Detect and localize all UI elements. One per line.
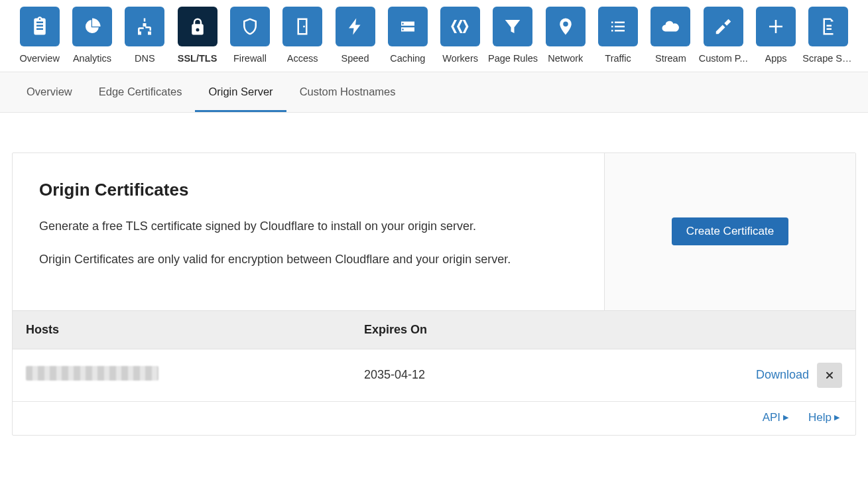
nav-label: Scrape Sh... <box>802 53 854 64</box>
nav-overview[interactable]: Overview <box>13 7 66 72</box>
nav-label: Firewall <box>233 53 267 64</box>
shield-icon <box>230 7 270 46</box>
nav-firewall[interactable]: Firewall <box>223 7 276 72</box>
nav-stream[interactable]: Stream <box>645 7 697 72</box>
nav-label: Stream <box>655 53 686 64</box>
section-desc-2: Origin Certificates are only valid for e… <box>39 251 578 269</box>
nav-label: SSL/TLS <box>178 53 217 64</box>
cell-hosts <box>26 366 364 384</box>
content: Origin Certificates Generate a free TLS … <box>0 113 868 448</box>
certificates-table: Hosts Expires On 2035-04-12 Download <box>13 310 855 402</box>
nav-traffic[interactable]: Traffic <box>591 7 644 72</box>
bolt-icon <box>336 7 375 46</box>
pin-icon <box>546 7 586 46</box>
card-footer: API▶ Help▶ <box>13 402 855 435</box>
nav-dns[interactable]: DNS <box>119 7 171 72</box>
document-icon <box>808 7 848 46</box>
nav-network[interactable]: Network <box>539 7 591 72</box>
nav-label: DNS <box>135 53 155 64</box>
help-link-label: Help <box>808 411 832 424</box>
nav-label: Speed <box>341 53 369 64</box>
caret-right-icon: ▶ <box>783 413 788 422</box>
nav-scrape-shield[interactable]: Scrape Sh... <box>802 7 855 72</box>
nav-label: Workers <box>442 53 478 64</box>
origin-certificates-card: Origin Certificates Generate a free TLS … <box>12 152 856 436</box>
section-desc-1: Generate a free TLS certificate signed b… <box>39 217 578 236</box>
nav-label: Access <box>287 53 318 64</box>
nav-label: Overview <box>19 53 59 64</box>
nav-page-rules[interactable]: Page Rules <box>487 7 539 72</box>
lock-icon <box>178 7 217 46</box>
nav-ssl-tls[interactable]: SSL/TLS <box>171 7 223 72</box>
close-icon <box>824 370 835 381</box>
nav-label: Apps <box>765 53 787 64</box>
download-link[interactable]: Download <box>756 368 809 382</box>
cloud-icon <box>651 7 690 46</box>
funnel-icon <box>493 7 532 46</box>
col-header-expires: Expires On <box>364 323 842 337</box>
subnav-edge-certificates[interactable]: Edge Certificates <box>86 72 196 112</box>
sub-nav: Overview Edge Certificates Origin Server… <box>0 72 868 113</box>
piechart-icon <box>72 7 112 46</box>
delete-button[interactable] <box>817 363 842 388</box>
redacted-host <box>26 366 158 381</box>
workers-icon <box>440 7 480 46</box>
wrench-icon <box>704 7 743 46</box>
nav-label: Page Rules <box>488 53 538 64</box>
list-icon <box>598 7 638 46</box>
col-header-hosts: Hosts <box>26 323 364 337</box>
nav-label: Traffic <box>605 53 631 64</box>
clipboard-icon <box>20 7 60 46</box>
subnav-origin-server[interactable]: Origin Server <box>195 72 286 112</box>
subnav-custom-hostnames[interactable]: Custom Hostnames <box>286 72 409 112</box>
api-link[interactable]: API▶ <box>763 411 788 424</box>
door-icon <box>282 7 322 46</box>
nav-workers[interactable]: Workers <box>434 7 487 72</box>
table-row: 2035-04-12 Download <box>13 349 855 402</box>
nav-custom-pages[interactable]: Custom P... <box>697 7 749 72</box>
subnav-overview[interactable]: Overview <box>13 72 86 112</box>
drive-icon <box>388 7 428 46</box>
nav-apps[interactable]: Apps <box>749 7 802 72</box>
plus-icon <box>756 7 796 46</box>
nav-caching[interactable]: Caching <box>381 7 434 72</box>
nav-analytics[interactable]: Analytics <box>66 7 118 72</box>
caret-right-icon: ▶ <box>834 413 839 422</box>
create-certificate-button[interactable]: Create Certificate <box>672 217 788 245</box>
nav-label: Network <box>548 53 583 64</box>
cell-expires: 2035-04-12 <box>364 368 723 382</box>
nav-speed[interactable]: Speed <box>329 7 381 72</box>
network-icon <box>125 7 164 46</box>
nav-access[interactable]: Access <box>277 7 329 72</box>
nav-label: Analytics <box>73 53 111 64</box>
help-link[interactable]: Help▶ <box>808 411 839 424</box>
nav-label: Custom P... <box>699 53 748 64</box>
api-link-label: API <box>763 411 780 424</box>
section-title: Origin Certificates <box>39 180 578 200</box>
nav-label: Caching <box>390 53 425 64</box>
table-header: Hosts Expires On <box>13 310 855 349</box>
top-nav: Overview Analytics DNS SSL/TLS Firewall … <box>0 0 868 72</box>
